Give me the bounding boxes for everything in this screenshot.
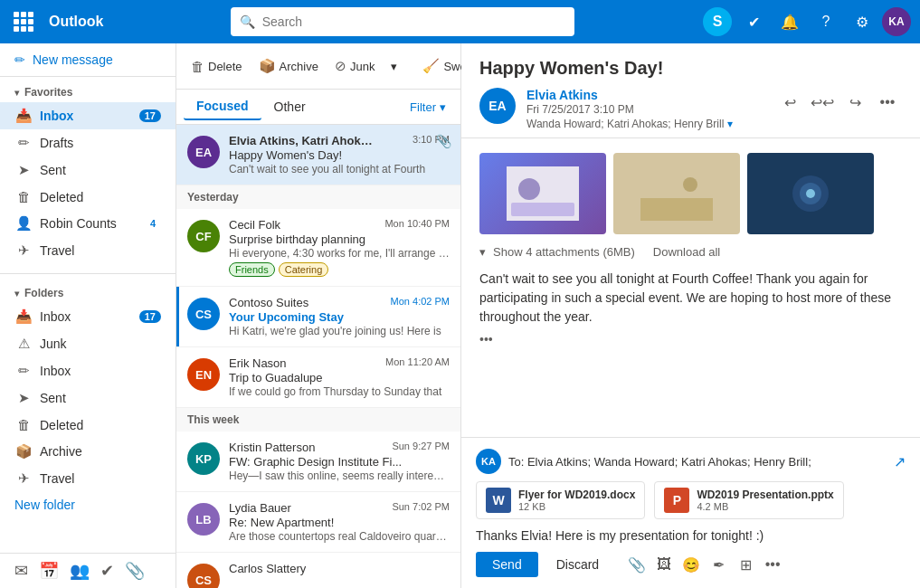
tasks-bottom-icon[interactable]: ✔ bbox=[100, 561, 114, 581]
send-button[interactable]: Send bbox=[476, 552, 538, 577]
attachment-docx: W Flyer for WD2019.docx 12 KB bbox=[476, 481, 645, 519]
email-preview: Hi everyone, 4:30 works for me, I'll arr… bbox=[229, 247, 450, 260]
delete-button[interactable]: 🗑 Delete bbox=[184, 55, 250, 78]
reply-actions: Send Discard 📎 🖼 😊 ✒ ⊞ ••• bbox=[476, 552, 906, 577]
delete-icon: 🗑 bbox=[191, 59, 204, 74]
folder-archive-label: Archive bbox=[40, 444, 82, 459]
reply-expand-icon[interactable]: ↗ bbox=[894, 453, 906, 470]
tag-friends: Friends bbox=[229, 262, 275, 277]
folder-travel-icon: ✈ bbox=[14, 470, 33, 487]
more-tools-button[interactable]: ••• bbox=[760, 552, 785, 577]
sidebar-folder-junk[interactable]: ⚠ Junk bbox=[0, 330, 175, 357]
email-detail: Happy Women's Day! EA Elvia Atkins Fri 7… bbox=[461, 43, 920, 588]
settings-button[interactable]: ⚙ bbox=[846, 5, 878, 38]
user-avatar[interactable]: KA bbox=[882, 7, 911, 36]
email-item[interactable]: CS Contoso Suites Mon 4:02 PM Your Upcom… bbox=[176, 287, 460, 347]
detail-image-2 bbox=[613, 153, 740, 234]
skype-button[interactable]: S bbox=[701, 5, 734, 38]
email-sender: Lydia Bauer bbox=[229, 501, 291, 515]
person-icon: 👤 bbox=[14, 215, 33, 232]
chevron-down-icon: ▾ bbox=[391, 60, 397, 73]
emoji-button[interactable]: 😊 bbox=[678, 552, 704, 577]
folder-deleted-icon: 🗑 bbox=[14, 417, 33, 432]
sidebar-item-drafts[interactable]: ✏ Drafts bbox=[0, 129, 175, 156]
sidebar-folder-archive[interactable]: 📦 Archive bbox=[0, 438, 175, 465]
inbox-badge: 17 bbox=[139, 109, 161, 122]
favorites-header[interactable]: ▾ Favorites bbox=[0, 82, 175, 102]
search-input[interactable] bbox=[262, 14, 565, 29]
mail-bottom-icon[interactable]: ✉ bbox=[14, 561, 28, 581]
new-message-button[interactable]: ✏ New message bbox=[0, 43, 175, 77]
attach-file-name-2: WD2019 Presentation.pptx bbox=[697, 488, 833, 501]
tab-other[interactable]: Other bbox=[261, 94, 318, 119]
email-content: Erik Nason Mon 11:20 AM Trip to Guadalup… bbox=[229, 356, 450, 398]
email-sender: Carlos Slattery bbox=[229, 562, 306, 575]
sidebar-folder-deleted[interactable]: 🗑 Deleted bbox=[0, 412, 175, 438]
svg-point-1 bbox=[518, 178, 540, 200]
reply-toolbar: 📎 🖼 😊 ✒ ⊞ ••• bbox=[624, 552, 785, 577]
detail-more[interactable]: ••• bbox=[479, 332, 902, 346]
email-sender: Contoso Suites bbox=[229, 296, 308, 309]
sidebar-folder-travel[interactable]: ✈ Travel bbox=[0, 465, 175, 492]
insert-image-button[interactable]: 🖼 bbox=[651, 552, 677, 577]
archive-icon: 📦 bbox=[259, 58, 276, 74]
download-all-label[interactable]: Download all bbox=[653, 245, 720, 259]
email-list-pane: 🗑 Delete 📦 Archive ⊘ Junk ▾ 🧹 Sweep 📁 bbox=[176, 43, 461, 588]
more-actions-button[interactable]: ▾ bbox=[384, 56, 404, 77]
filter-button[interactable]: Filter ▾ bbox=[403, 97, 453, 118]
expand-recipients-icon[interactable]: ▾ bbox=[727, 118, 733, 130]
attachments-toggle-icon: ▾ bbox=[479, 245, 486, 259]
skype-icon: S bbox=[703, 7, 732, 36]
signature-button[interactable]: ✒ bbox=[706, 552, 731, 577]
table-button[interactable]: ⊞ bbox=[733, 552, 758, 577]
junk-button[interactable]: ⊘ Junk bbox=[327, 54, 382, 78]
image-svg-3 bbox=[774, 166, 847, 221]
email-item[interactable]: LB Lydia Bauer Sun 7:02 PM Re: New Apart… bbox=[176, 492, 460, 553]
sidebar-folder-inbox2[interactable]: ✏ Inbox bbox=[0, 357, 175, 384]
reply-all-button[interactable]: ↩↩ bbox=[808, 88, 837, 117]
email-item[interactable]: KP Kristin Patterson Sun 9:27 PM FW: Gra… bbox=[176, 432, 460, 492]
sidebar-item-sent[interactable]: ➤ Sent bbox=[0, 156, 175, 184]
sidebar-item-inbox[interactable]: 📥 Inbox 17 bbox=[0, 102, 175, 129]
email-content: Carlos Slattery bbox=[229, 562, 450, 588]
top-right-icons: S ✔ 🔔 ? ⚙ KA bbox=[701, 5, 911, 38]
attachment-pptx: P WD2019 Presentation.pptx 4.2 MB bbox=[654, 481, 843, 519]
folders-header[interactable]: ▾ Folders bbox=[0, 283, 175, 303]
help-button[interactable]: ? bbox=[810, 5, 842, 38]
forward-button[interactable]: ↪ bbox=[840, 88, 869, 117]
folder-inbox-label: Inbox bbox=[40, 309, 71, 324]
new-folder-button[interactable]: New folder bbox=[0, 492, 175, 517]
sidebar-item-robin-counts[interactable]: 👤 Robin Counts 4 bbox=[0, 210, 175, 237]
sidebar-item-deleted[interactable]: 🗑 Deleted bbox=[0, 184, 175, 210]
sidebar-folder-inbox[interactable]: 📥 Inbox 17 bbox=[0, 303, 175, 330]
tasks-button[interactable]: ✔ bbox=[737, 5, 770, 38]
new-message-label: New message bbox=[33, 52, 113, 67]
archive-button[interactable]: 📦 Archive bbox=[251, 54, 326, 78]
attachment-bottom-icon[interactable]: 📎 bbox=[125, 561, 145, 581]
email-item[interactable]: EN Erik Nason Mon 11:20 AM Trip to Guada… bbox=[176, 347, 460, 408]
email-item[interactable]: EA Elvia Atkins, Katri Ahokas 3:10 PM Ha… bbox=[176, 125, 460, 185]
sidebar-folder-sent[interactable]: ➤ Sent bbox=[0, 384, 175, 412]
top-bar: Outlook 🔍 S ✔ 🔔 ? ⚙ KA bbox=[0, 0, 920, 43]
grid-icon bbox=[14, 12, 33, 32]
email-sender: Erik Nason bbox=[229, 356, 287, 370]
attachments-row[interactable]: ▾ Show 4 attachments (6MB) Download all bbox=[479, 245, 902, 259]
notifications-button[interactable]: 🔔 bbox=[773, 5, 806, 38]
attach-file-button[interactable]: 📎 bbox=[624, 552, 650, 577]
email-item[interactable]: CF Cecil Folk Mon 10:40 PM Surprise birt… bbox=[176, 209, 460, 287]
discard-button[interactable]: Discard bbox=[545, 552, 610, 577]
reply-box: KA To: Elvia Atkins; Wanda Howard; Katri… bbox=[461, 437, 920, 588]
tag-catering: Catering bbox=[279, 262, 329, 277]
tab-focused[interactable]: Focused bbox=[184, 93, 261, 120]
email-item[interactable]: CS Carlos Slattery bbox=[176, 553, 460, 588]
email-subject: Re: New Apartment! bbox=[229, 516, 450, 529]
more-email-actions-button[interactable]: ••• bbox=[873, 88, 902, 117]
detail-image-3 bbox=[747, 153, 874, 234]
attach-file-size-2: 4.2 MB bbox=[697, 501, 833, 512]
contacts-bottom-icon[interactable]: 👥 bbox=[70, 561, 90, 581]
sidebar-item-travel[interactable]: ✈ Travel bbox=[0, 237, 175, 264]
calendar-bottom-icon[interactable]: 📅 bbox=[39, 561, 59, 581]
email-header: Contoso Suites Mon 4:02 PM bbox=[229, 296, 450, 309]
apps-grid-button[interactable] bbox=[9, 7, 38, 36]
reply-button[interactable]: ↩ bbox=[775, 88, 804, 117]
